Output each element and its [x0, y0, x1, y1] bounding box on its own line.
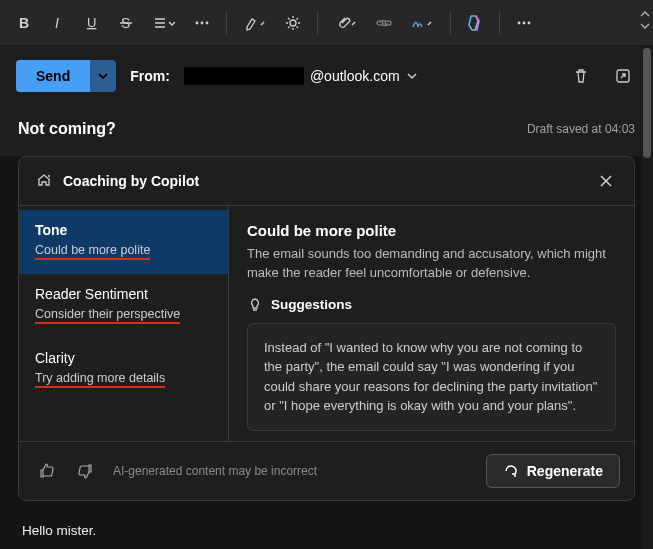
feedback-heading: Could be more polite — [247, 222, 616, 239]
tabs-sidebar: Tone Could be more polite Reader Sentime… — [19, 206, 229, 441]
svg-point-24 — [528, 21, 531, 24]
close-button[interactable] — [594, 169, 618, 193]
svg-line-19 — [297, 18, 299, 20]
suggestions-label: Suggestions — [271, 297, 352, 312]
tab-subtitle: Consider their perspective — [35, 307, 180, 324]
brightness-button[interactable] — [277, 7, 309, 39]
formatting-toolbar: B I U S — [0, 0, 653, 46]
email-body[interactable]: Hello mister. — [0, 501, 653, 538]
popout-button[interactable] — [609, 62, 637, 90]
italic-button[interactable]: I — [42, 7, 74, 39]
feedback-description: The email sounds too demanding and accus… — [247, 245, 616, 283]
tab-tone[interactable]: Tone Could be more polite — [19, 210, 228, 274]
from-picker[interactable]: @outlook.com — [184, 67, 418, 85]
panel-footer: AI-generated content may be incorrect Re… — [19, 441, 634, 500]
refresh-icon — [503, 463, 519, 479]
scrollbar-thumb[interactable] — [643, 48, 651, 158]
copilot-coaching-panel: Coaching by Copilot Tone Could be more p… — [18, 156, 635, 501]
suggestion-text: Instead of "I wanted to know why you are… — [247, 323, 616, 431]
redacted-sender — [184, 67, 304, 85]
regenerate-label: Regenerate — [527, 463, 603, 479]
svg-text:I: I — [55, 15, 59, 31]
link-button[interactable] — [368, 7, 400, 39]
more-button[interactable] — [508, 7, 540, 39]
separator — [317, 12, 318, 34]
signature-button[interactable] — [402, 7, 442, 39]
panel-main: Could be more polite The email sounds to… — [229, 206, 634, 441]
line-spacing-button[interactable] — [144, 7, 184, 39]
tab-reader-sentiment[interactable]: Reader Sentiment Consider their perspect… — [19, 274, 228, 338]
svg-line-18 — [288, 26, 290, 28]
attach-button[interactable] — [326, 7, 366, 39]
body-greeting: Hello mister. — [22, 523, 96, 538]
lightbulb-icon — [247, 297, 263, 313]
coaching-icon — [35, 172, 53, 190]
svg-point-11 — [290, 20, 296, 26]
separator — [499, 12, 500, 34]
panel-title: Coaching by Copilot — [63, 173, 199, 189]
svg-point-26 — [48, 175, 50, 177]
bold-button[interactable]: B — [8, 7, 40, 39]
copilot-button[interactable] — [459, 7, 491, 39]
svg-point-10 — [206, 21, 209, 24]
tab-subtitle: Could be more polite — [35, 243, 150, 260]
ai-disclaimer: AI-generated content may be incorrect — [113, 464, 317, 478]
strikethrough-button[interactable]: S — [110, 7, 142, 39]
send-button[interactable]: Send — [16, 60, 90, 92]
subject-text[interactable]: Not coming? — [18, 120, 116, 138]
tab-clarity[interactable]: Clarity Try adding more details — [19, 338, 228, 402]
svg-point-22 — [518, 21, 521, 24]
subject-row: Not coming? Draft saved at 04:03 — [0, 106, 653, 156]
svg-point-9 — [201, 21, 204, 24]
thumbs-up-button[interactable] — [33, 457, 61, 485]
highlight-button[interactable] — [235, 7, 275, 39]
ribbon-expand-button[interactable] — [639, 8, 651, 32]
thumbs-down-button[interactable] — [71, 457, 99, 485]
send-split-button: Send — [16, 60, 116, 92]
svg-point-8 — [196, 21, 199, 24]
more-formatting-button[interactable] — [186, 7, 218, 39]
separator — [450, 12, 451, 34]
separator — [226, 12, 227, 34]
scrollbar[interactable] — [641, 46, 653, 549]
svg-text:U: U — [87, 15, 96, 30]
underline-button[interactable]: U — [76, 7, 108, 39]
tab-title: Clarity — [35, 350, 212, 366]
svg-line-16 — [288, 18, 290, 20]
from-domain: @outlook.com — [310, 68, 400, 84]
svg-text:B: B — [19, 15, 29, 31]
panel-header: Coaching by Copilot — [19, 157, 634, 206]
svg-line-17 — [297, 26, 299, 28]
compose-header: Send From: @outlook.com — [0, 46, 653, 106]
tab-subtitle: Try adding more details — [35, 371, 165, 388]
svg-point-20 — [377, 20, 383, 24]
from-label: From: — [130, 68, 170, 84]
tab-title: Tone — [35, 222, 212, 238]
chevron-down-icon — [406, 70, 418, 82]
discard-button[interactable] — [567, 62, 595, 90]
regenerate-button[interactable]: Regenerate — [486, 454, 620, 488]
svg-point-23 — [523, 21, 526, 24]
svg-point-21 — [385, 20, 391, 24]
tab-title: Reader Sentiment — [35, 286, 212, 302]
send-caret-button[interactable] — [90, 60, 116, 92]
draft-saved-label: Draft saved at 04:03 — [527, 122, 635, 136]
